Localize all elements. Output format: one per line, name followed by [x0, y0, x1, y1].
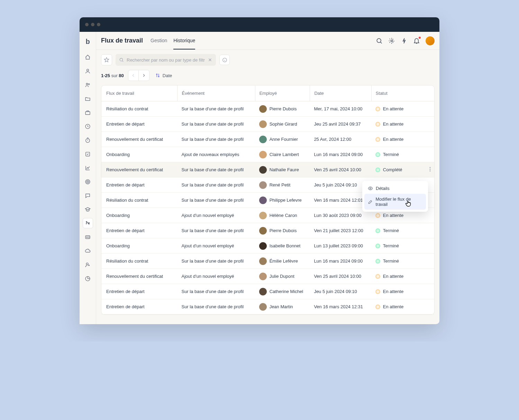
status-dot — [375, 213, 380, 218]
chat-icon[interactable] — [83, 190, 93, 201]
tab-historique[interactable]: Historique — [173, 32, 195, 49]
menu-details[interactable]: Détails — [364, 183, 426, 194]
cell-event: Sur la base d'une date de profil — [177, 182, 255, 188]
sort-icon — [155, 73, 161, 78]
folder-icon[interactable] — [83, 93, 93, 104]
favorite-button[interactable] — [101, 54, 112, 65]
cell-status: Complété — [371, 167, 429, 172]
cell-flux: Entretien de départ — [106, 182, 177, 188]
col-date[interactable]: Date — [310, 85, 371, 101]
cell-employee: Anne Fournier — [255, 136, 310, 143]
settings-icon[interactable] — [388, 37, 395, 44]
svg-point-9 — [88, 181, 88, 182]
cell-employee: Philippe Lefevre — [255, 197, 310, 204]
timer-icon[interactable] — [83, 135, 93, 145]
briefcase-icon[interactable] — [83, 107, 93, 118]
cell-date: Ven 21 juillet 2023 12:00 — [310, 228, 371, 233]
bell-icon[interactable] — [413, 37, 420, 44]
table-row[interactable]: OnboardingAjout de nouveaux employésClai… — [101, 147, 434, 162]
table-row[interactable]: Entretien de départSur la base d'une dat… — [101, 299, 434, 314]
cell-flux: Résiliation du contrat — [106, 198, 177, 203]
table-row[interactable]: OnboardingAjout d'un nouvel employéIsabe… — [101, 238, 434, 254]
cell-employee: René Petit — [255, 181, 310, 189]
col-status[interactable]: Statut — [371, 85, 429, 101]
table-row[interactable]: Renouvellement du certificatSur la base … — [101, 162, 434, 177]
cell-status: En attente — [371, 121, 429, 127]
prev-page-button[interactable] — [128, 70, 139, 81]
status-dot — [375, 228, 380, 233]
employee-avatar — [259, 273, 267, 280]
activity-icon[interactable] — [401, 37, 408, 44]
cell-date: Mer, 17 mai, 2024 10:00 — [310, 106, 371, 111]
cell-flux: Entretien de départ — [106, 289, 177, 294]
cell-event: Sur la base d'une date de profil — [177, 289, 255, 294]
svg-point-15 — [120, 58, 122, 61]
cloud-icon[interactable] — [83, 246, 93, 256]
id-icon[interactable] — [83, 232, 93, 242]
cell-status: En attente — [371, 304, 429, 309]
tab-gestion[interactable]: Gestion — [151, 32, 167, 49]
cell-flux: Entretien de départ — [106, 228, 177, 233]
cell-status: En attente — [371, 289, 429, 294]
table-row[interactable]: Entretien de départSur la base d'une dat… — [101, 284, 434, 299]
clock-icon[interactable] — [83, 121, 93, 131]
user-icon[interactable] — [83, 66, 93, 76]
cell-date: Ven 25 avril 2024 10:00 — [310, 274, 371, 279]
employee-avatar — [259, 151, 267, 158]
employee-avatar — [259, 181, 267, 189]
next-page-button[interactable] — [139, 70, 149, 81]
header: Flux de travail GestionHistorique — [96, 32, 439, 50]
svg-point-17 — [430, 167, 431, 168]
maximize-window-dot[interactable] — [97, 23, 100, 26]
col-flux[interactable]: Flux de travail — [106, 91, 177, 96]
col-employee[interactable]: Employé — [255, 85, 310, 101]
close-window-dot[interactable] — [85, 23, 89, 26]
cell-employee: Claire Lambert — [255, 151, 310, 158]
clear-icon[interactable] — [208, 57, 212, 62]
search-input[interactable] — [127, 57, 205, 63]
employee-avatar — [259, 166, 267, 174]
home-icon[interactable] — [83, 52, 93, 62]
status-dot — [375, 137, 380, 142]
status-dot — [375, 152, 380, 157]
table-row[interactable]: Renouvellement du certificatAjout d'un n… — [101, 269, 434, 284]
table-row[interactable]: Entretien de départSur la base d'une dat… — [101, 223, 434, 238]
checkbox-icon[interactable] — [83, 149, 93, 159]
row-menu-button[interactable] — [429, 167, 431, 173]
cell-status: Terminé — [371, 258, 429, 264]
cell-date: Jeu 25 avril 2024 09:37 — [310, 121, 371, 127]
add-user-icon[interactable] — [83, 259, 93, 270]
table-row[interactable]: Entretien de départSur la base d'une dat… — [101, 117, 434, 132]
cell-employee: Isabelle Bonnet — [255, 242, 310, 250]
table-row[interactable]: Renouvellement du certificatSur la base … — [101, 132, 434, 147]
target-icon[interactable] — [83, 176, 93, 187]
col-event[interactable]: Événement — [177, 85, 255, 101]
status-dot — [375, 167, 380, 172]
sort-button[interactable]: Date — [154, 71, 173, 80]
user-avatar[interactable] — [426, 36, 435, 45]
minimize-window-dot[interactable] — [91, 23, 94, 26]
pie-icon[interactable] — [83, 273, 93, 284]
cell-flux: Onboarding — [106, 152, 177, 157]
workflow-icon[interactable] — [83, 218, 93, 228]
cell-flux: Onboarding — [106, 213, 177, 218]
status-dot — [375, 107, 380, 111]
menu-edit-label: Modifier le flux de travail — [376, 197, 423, 207]
cell-flux: Onboarding — [106, 243, 177, 248]
cell-status: En attente — [371, 274, 429, 279]
info-button[interactable] — [219, 55, 230, 65]
cell-employee: Julie Dupont — [255, 273, 310, 280]
users-icon[interactable] — [83, 80, 93, 90]
graduation-icon[interactable] — [83, 204, 93, 214]
table-row[interactable]: Résiliation du contratSur la base d'une … — [101, 254, 434, 269]
chart-icon[interactable] — [83, 163, 93, 173]
svg-rect-3 — [85, 111, 90, 115]
search-icon[interactable] — [376, 37, 383, 44]
table-header: Flux de travail Événement Employé Date S… — [101, 85, 434, 101]
table-row[interactable]: Résiliation du contratSur la base d'une … — [101, 101, 434, 117]
menu-edit[interactable]: Modifier le flux de travail — [364, 194, 426, 210]
status-dot — [375, 274, 380, 279]
cell-event: Sur la base d'une date de profil — [177, 137, 255, 142]
cell-event: Ajout d'un nouvel employé — [177, 243, 255, 248]
cell-employee: Nathalie Faure — [255, 166, 310, 174]
